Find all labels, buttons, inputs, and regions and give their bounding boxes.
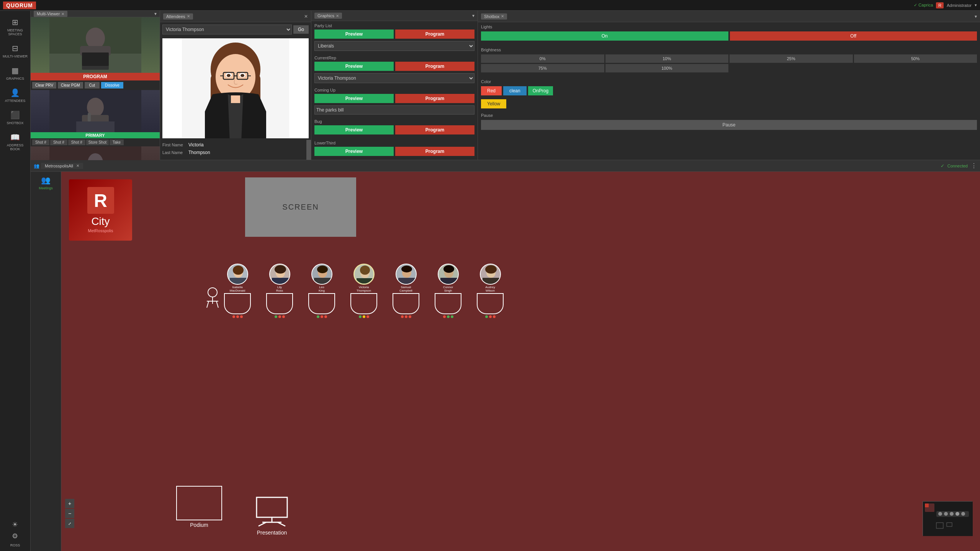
bug-program-button[interactable]: Program	[395, 125, 474, 134]
svg-point-63	[443, 265, 454, 273]
color-red-button[interactable]: Red	[481, 86, 502, 95]
zoom-fit-button[interactable]: ⤢	[65, 519, 74, 528]
brightness-100-button[interactable]: 100%	[605, 64, 729, 72]
graphics-close-icon[interactable]: ✕	[336, 14, 339, 18]
dot	[366, 315, 369, 318]
last-name-row: Last Name Thompson	[162, 150, 304, 155]
svg-point-80	[950, 512, 954, 516]
shotbox-tab[interactable]: Shotbox ✕	[481, 13, 507, 20]
first-name-label: First Name	[162, 143, 185, 147]
multi-viewer-close-icon[interactable]: ✕	[61, 12, 64, 16]
presentation-label: Presentation	[257, 530, 287, 536]
color-yellow-button[interactable]: Yellow	[481, 99, 506, 108]
seat-podium-leo	[308, 293, 335, 314]
scroll-bar[interactable]	[306, 140, 311, 160]
seat-photo-audrey	[480, 264, 501, 285]
seat-photo-leo	[311, 264, 332, 285]
primary-take-button[interactable]: Take	[110, 139, 124, 145]
attendees-tab[interactable]: Attendees ✕	[163, 13, 193, 20]
go-button[interactable]: Go	[293, 25, 309, 34]
dot	[232, 315, 235, 318]
primary-shot-2-button[interactable]: Shot #	[50, 139, 67, 145]
person-photo	[481, 264, 501, 285]
graphics-panel-dropdown-icon[interactable]: ▾	[472, 13, 474, 18]
party-list-program-button[interactable]: Program	[395, 30, 474, 39]
primary-store-shot-button[interactable]: Store Shot	[86, 139, 109, 145]
cut-button[interactable]: Cut	[85, 82, 100, 89]
lower-third-section: LowerThird Preview Program	[311, 138, 478, 160]
brightness-0-button[interactable]: 0%	[481, 54, 604, 63]
settings-icon[interactable]: ⚙	[12, 532, 18, 540]
lower-third-preview-button[interactable]: Preview	[314, 147, 394, 156]
zoom-in-button[interactable]: +	[65, 499, 74, 508]
attendees-panel-close-icon[interactable]: ✕	[304, 14, 308, 19]
sidebar-item-address-book[interactable]: 📖 ADDRESS BOOK	[0, 130, 30, 154]
party-list-section: Party List Preview Program Liberals	[311, 21, 478, 53]
multi-viewer-tab[interactable]: Multi-Viewer ✕	[34, 11, 67, 17]
seat-photo-isabella	[227, 264, 248, 285]
brightness-10-button[interactable]: 10%	[605, 54, 729, 63]
color-label: Color	[481, 79, 977, 84]
shotbox-close-icon[interactable]: ✕	[501, 14, 504, 18]
svg-point-2	[86, 28, 105, 49]
podium-box	[176, 486, 222, 520]
current-rep-preview-button[interactable]: Preview	[314, 62, 394, 71]
brightness-icon[interactable]: ☀	[12, 520, 18, 529]
attendees-close-icon[interactable]: ✕	[187, 14, 190, 18]
seat-podium-connor	[435, 293, 461, 314]
brightness-label: Brightness	[481, 48, 977, 52]
dot	[443, 315, 446, 318]
graphics-tab[interactable]: Graphics ✕	[314, 13, 342, 19]
primary-camera-section: PRIMARY Shot # Shot # Shot # Store Shot …	[31, 90, 160, 146]
sidebar-item-shotbox[interactable]: ⬛ SHOTBOX	[0, 107, 30, 128]
color-onprog-button[interactable]: OnProg	[528, 86, 553, 95]
party-list-btn-row: Preview Program	[314, 30, 474, 39]
party-list-dropdown[interactable]: Liberals	[314, 41, 474, 51]
brightness-75-button[interactable]: 75%	[481, 64, 604, 72]
brightness-25-button[interactable]: 25%	[730, 54, 853, 63]
primary-shot-1-button[interactable]: Shot #	[32, 139, 49, 145]
address-book-icon: 📖	[10, 133, 20, 142]
scroll-thumb	[306, 140, 311, 160]
party-list-preview-button[interactable]: Preview	[314, 30, 394, 39]
lower-third-label: LowerThird	[314, 141, 474, 145]
primary-camera-visual	[49, 90, 141, 132]
clear-prv-button[interactable]: Clear PRV	[32, 82, 56, 89]
seats-row: IsabellaMacDonald	[218, 264, 509, 318]
primary-shot-3-button[interactable]: Shot #	[68, 139, 85, 145]
coming-up-preview-button[interactable]: Preview	[314, 94, 394, 103]
svg-rect-64	[440, 278, 458, 285]
lights-off-button[interactable]: Off	[730, 31, 977, 41]
presentation-svg	[253, 495, 291, 528]
pause-button[interactable]: Pause	[481, 120, 977, 130]
sidebar-item-meeting-spaces[interactable]: ⊞ MEETING SPACES	[0, 15, 30, 39]
clear-pgm-button[interactable]: Clear PGM	[58, 82, 83, 89]
dissolve-button[interactable]: Dissolve	[101, 82, 123, 89]
more-options-icon[interactable]: ⋮	[971, 162, 977, 169]
lights-on-button[interactable]: On	[481, 31, 728, 41]
zoom-out-button[interactable]: −	[65, 509, 74, 518]
attendee-dropdown[interactable]: Victoria Thompson	[162, 25, 292, 34]
bottom-tab-close-icon[interactable]: ✕	[76, 164, 79, 168]
bottom-panel-tab[interactable]: MetrosspolisAll ✕	[41, 163, 83, 169]
panel-dropdown-arrow-icon[interactable]: ▾	[154, 11, 157, 16]
meetings-sidebar-item[interactable]: 👥 Meetings	[39, 175, 53, 190]
brightness-50-button[interactable]: 50%	[854, 54, 977, 63]
dropdown-arrow-icon[interactable]: ▾	[975, 3, 977, 8]
sidebar-item-graphics[interactable]: ▦ GRAPHICS	[0, 63, 30, 84]
dot	[278, 315, 281, 318]
sidebar-item-label: GRAPHICS	[6, 77, 24, 80]
coming-up-input[interactable]	[314, 105, 474, 115]
sidebar-item-multi-viewer[interactable]: ⊟ MULTI-VIEWER	[0, 41, 30, 61]
person-photo	[228, 264, 248, 285]
podium-element: Podium	[176, 486, 222, 528]
sidebar-item-attendees[interactable]: 👤 ATTENDEES	[0, 85, 30, 106]
bug-preview-button[interactable]: Preview	[314, 125, 394, 134]
lower-third-program-button[interactable]: Program	[395, 147, 474, 156]
coming-up-program-button[interactable]: Program	[395, 94, 474, 103]
current-rep-program-button[interactable]: Program	[395, 62, 474, 71]
color-clean-button[interactable]: clean	[503, 86, 527, 95]
shotbox-panel-dropdown-icon[interactable]: ▾	[975, 14, 977, 19]
current-rep-dropdown[interactable]: Victoria Thompson	[314, 73, 474, 83]
svg-rect-69	[257, 497, 287, 517]
